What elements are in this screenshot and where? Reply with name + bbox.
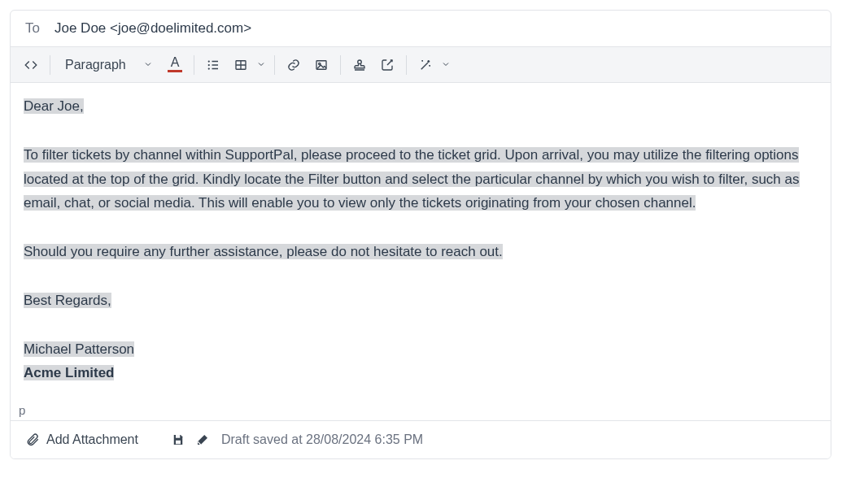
chevron-down-icon [143, 58, 153, 72]
text-color-swatch [168, 70, 182, 72]
add-attachment-button[interactable]: Add Attachment [20, 429, 143, 450]
toolbar-separator [340, 55, 341, 75]
text-color-letter: A [171, 57, 180, 68]
svg-point-4 [208, 67, 210, 69]
bullet-list-button[interactable] [199, 51, 227, 79]
toolbar-separator [406, 55, 407, 75]
svg-rect-22 [176, 441, 181, 445]
to-row: To Joe Doe <joe@doelimited.com> [11, 11, 831, 47]
save-draft-button[interactable] [166, 428, 190, 452]
magic-wand-button[interactable] [412, 51, 439, 79]
table-button[interactable] [227, 51, 255, 79]
open-external-button[interactable] [373, 51, 401, 79]
chevron-down-icon[interactable] [438, 58, 454, 72]
svg-point-0 [208, 60, 210, 62]
discard-draft-button[interactable] [190, 428, 215, 452]
svg-point-10 [319, 63, 321, 64]
table-button-group [227, 51, 269, 79]
draft-status-text: Draft saved at 28/08/2024 6:35 PM [221, 432, 423, 447]
block-format-label: Paragraph [65, 58, 126, 72]
svg-line-13 [387, 60, 392, 65]
body-sender-company: Acme Limited [24, 365, 114, 380]
body-signoff: Best Regards, [24, 293, 111, 308]
add-attachment-label: Add Attachment [46, 432, 138, 447]
svg-line-14 [421, 63, 428, 69]
email-composer: To Joe Doe <joe@doelimited.com> Paragrap… [10, 10, 831, 459]
to-value[interactable]: Joe Doe <joe@doelimited.com> [55, 20, 251, 37]
chevron-down-icon[interactable] [253, 58, 269, 72]
image-button[interactable] [308, 51, 335, 79]
eraser-icon [195, 432, 210, 447]
editor-body[interactable]: Dear Joe, To filter tickets by channel w… [11, 83, 831, 400]
composer-footer: Add Attachment Draft saved at 28/08/2024… [11, 420, 831, 458]
element-path[interactable]: p [11, 400, 831, 420]
toolbar-separator [50, 55, 50, 75]
text-color-button[interactable]: A [161, 51, 189, 79]
paperclip-icon [25, 432, 40, 447]
save-icon [171, 432, 185, 447]
body-sender-name: Michael Patterson [24, 341, 134, 357]
svg-point-2 [208, 63, 210, 65]
editor-toolbar: Paragraph A [11, 47, 831, 83]
block-format-select[interactable]: Paragraph [55, 51, 161, 79]
ai-tools-group [412, 51, 454, 79]
toolbar-separator [194, 55, 194, 75]
body-paragraph-2: Should you require any further assistanc… [24, 244, 503, 259]
link-button[interactable] [280, 51, 308, 79]
stamp-button[interactable] [346, 51, 373, 79]
to-label: To [25, 20, 40, 37]
svg-point-11 [358, 60, 362, 64]
toolbar-separator [274, 55, 275, 75]
svg-rect-21 [176, 435, 180, 438]
body-paragraph-1: To filter tickets by channel within Supp… [24, 147, 800, 211]
source-code-button[interactable] [17, 51, 45, 79]
body-greeting: Dear Joe, [24, 98, 84, 114]
